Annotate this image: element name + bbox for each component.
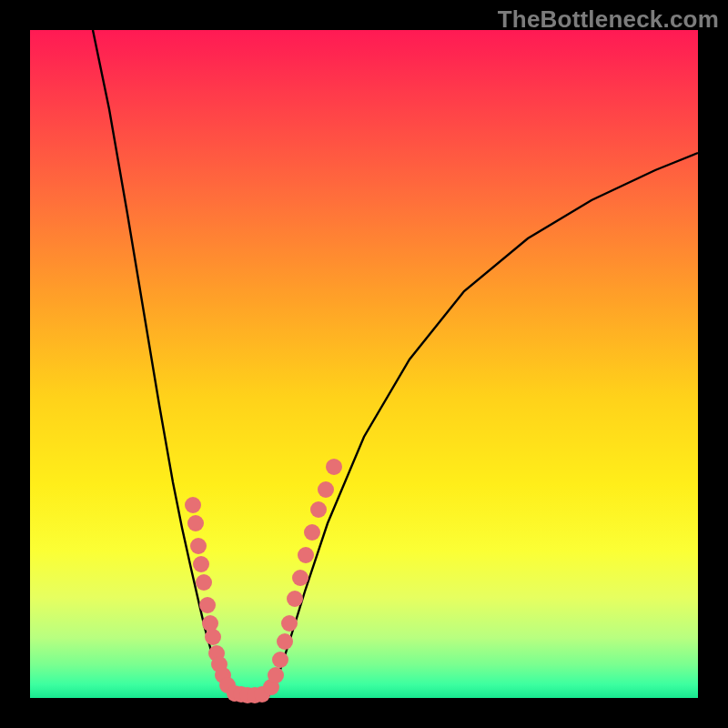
chart-gradient-background [30,30,698,698]
watermark-text: TheBottleneck.com [498,5,719,34]
chart-frame: TheBottleneck.com [0,0,728,728]
